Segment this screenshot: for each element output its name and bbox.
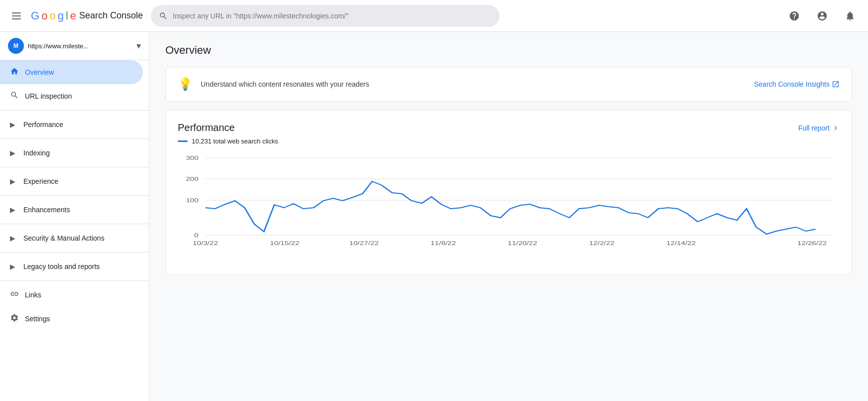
performance-chart: 300 200 100 0 10/3/22 10/15/22 10/27/22 …: [178, 153, 840, 263]
x-label-2: 10/15/22: [270, 240, 299, 246]
performance-stats: 10,231 total web search clicks: [178, 137, 840, 145]
performance-label: Performance: [23, 121, 63, 129]
performance-title: Performance: [178, 122, 235, 134]
divider-1: [0, 110, 149, 111]
insight-text: Understand which content resonates with …: [201, 80, 746, 88]
settings-label: Settings: [25, 315, 50, 323]
account-button[interactable]: [812, 6, 832, 26]
insight-card: 💡 Understand which content resonates wit…: [165, 67, 852, 102]
google-logo: Google Search Console: [31, 9, 143, 22]
indexing-chevron-icon: ▶: [10, 149, 15, 157]
security-label: Security & Manual Actions: [23, 234, 105, 242]
sidebar-section-legacy[interactable]: ▶ Legacy tools and reports: [0, 255, 149, 278]
x-label-5: 11/20/22: [508, 240, 537, 246]
property-url: https://www.mileste...: [28, 42, 132, 50]
stat-line-indicator: [178, 140, 188, 142]
divider-7: [0, 280, 149, 281]
divider-5: [0, 224, 149, 224]
experience-label: Experience: [23, 177, 58, 185]
svg-rect-2: [12, 18, 21, 19]
total-clicks-label: 10,231 total web search clicks: [192, 137, 278, 145]
x-label-7: 12/14/22: [666, 240, 696, 246]
x-label-6: 12/2/22: [589, 240, 615, 246]
url-inspection-label: URL inspection: [25, 92, 72, 100]
divider-3: [0, 167, 149, 167]
property-avatar: M: [8, 38, 24, 54]
chart-svg: 300 200 100 0 10/3/22 10/15/22 10/27/22 …: [178, 153, 840, 263]
page-title: Overview: [165, 44, 852, 57]
performance-chevron-icon: ▶: [10, 121, 15, 129]
indexing-label: Indexing: [23, 149, 50, 157]
performance-header: Performance Full report: [178, 122, 840, 134]
divider-2: [0, 138, 149, 139]
menu-button[interactable]: [8, 7, 25, 24]
home-icon: [10, 67, 19, 78]
property-dropdown-icon: ▾: [136, 40, 141, 51]
x-label-4: 11/8/22: [431, 240, 456, 246]
notifications-button[interactable]: [840, 6, 860, 26]
links-icon: [10, 289, 19, 301]
app-name: Search Console: [79, 10, 143, 21]
sidebar: M https://www.mileste... ▾ Overview URL …: [0, 32, 149, 401]
sidebar-section-security[interactable]: ▶ Security & Manual Actions: [0, 226, 149, 250]
sidebar-item-links[interactable]: Links: [0, 283, 149, 307]
x-label-8: 12/26/22: [797, 240, 827, 246]
main-content: Overview 💡 Understand which content reso…: [149, 32, 868, 401]
enhancements-label: Enhancements: [23, 206, 70, 214]
external-link-icon: [832, 80, 840, 88]
sidebar-section-enhancements[interactable]: ▶ Enhancements: [0, 198, 149, 222]
sidebar-item-url-inspection[interactable]: URL inspection: [0, 84, 149, 108]
overview-label: Overview: [25, 68, 54, 76]
divider-4: [0, 195, 149, 196]
enhancements-chevron-icon: ▶: [10, 206, 15, 214]
settings-icon: [10, 313, 19, 325]
svg-rect-0: [12, 12, 21, 13]
url-search-input[interactable]: [173, 12, 492, 20]
svg-rect-1: [12, 15, 21, 16]
sidebar-section-indexing[interactable]: ▶ Indexing: [0, 141, 149, 165]
search-console-insights-link[interactable]: Search Console Insights: [754, 80, 840, 88]
x-label-3: 10/27/22: [349, 240, 378, 246]
x-label-1: 10/3/22: [193, 240, 218, 246]
sidebar-item-settings[interactable]: Settings: [0, 307, 149, 331]
y-label-0: 0: [194, 232, 198, 238]
url-search-bar[interactable]: [151, 5, 499, 27]
legacy-label: Legacy tools and reports: [23, 263, 100, 270]
links-label: Links: [25, 291, 41, 299]
legacy-chevron-icon: ▶: [10, 263, 15, 270]
lightbulb-icon: 💡: [178, 77, 193, 91]
sidebar-section-performance[interactable]: ▶ Performance: [0, 113, 149, 136]
performance-card: Performance Full report 10,231 total web…: [165, 110, 852, 275]
help-button[interactable]: [784, 6, 804, 26]
y-label-200: 200: [186, 176, 198, 182]
chevron-right-icon: [832, 124, 840, 132]
y-label-100: 100: [186, 197, 198, 203]
sidebar-section-experience[interactable]: ▶ Experience: [0, 169, 149, 193]
sidebar-item-overview[interactable]: Overview: [0, 60, 143, 84]
full-report-link[interactable]: Full report: [798, 124, 840, 132]
divider-6: [0, 252, 149, 253]
performance-data-line: [205, 181, 815, 234]
search-icon: [159, 11, 168, 20]
security-chevron-icon: ▶: [10, 234, 15, 242]
y-label-300: 300: [186, 155, 198, 161]
property-selector[interactable]: M https://www.mileste... ▾: [0, 32, 149, 60]
search-nav-icon: [10, 91, 19, 102]
experience-chevron-icon: ▶: [10, 177, 15, 185]
